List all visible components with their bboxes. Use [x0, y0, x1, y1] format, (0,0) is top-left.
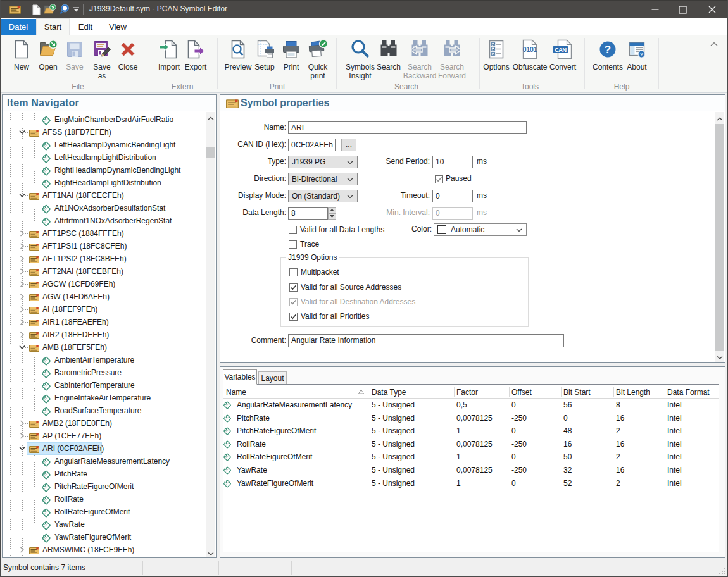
svg-text:CAN: CAN	[555, 46, 567, 53]
svg-text:?: ?	[640, 51, 643, 58]
svg-text:?: ?	[605, 44, 611, 56]
svg-text:0101: 0101	[523, 46, 537, 53]
